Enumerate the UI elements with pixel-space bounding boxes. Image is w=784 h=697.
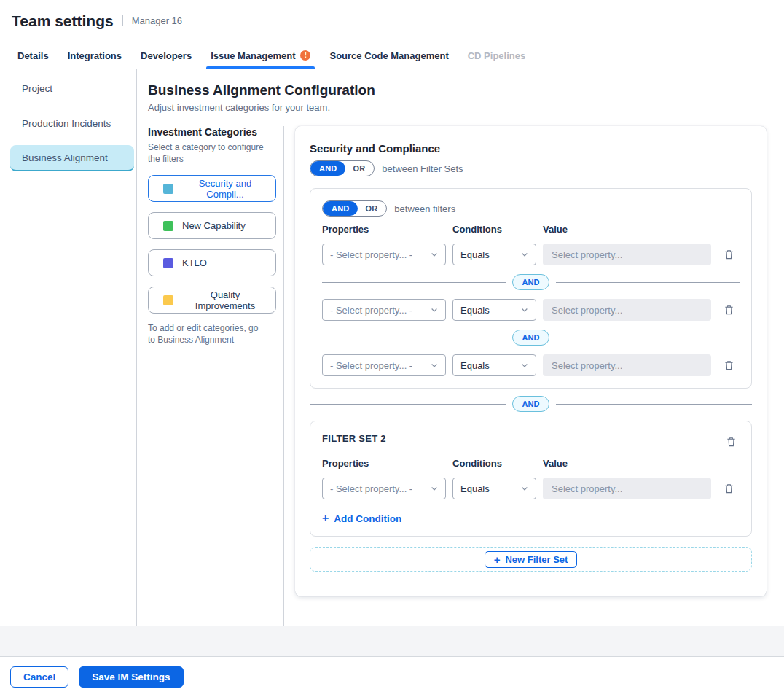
property-select[interactable]: - Select property... - (322, 299, 446, 321)
tab-cd-pipelines: CD Pipelines (466, 42, 527, 69)
main-panel: Business Alignment Configuration Adjust … (137, 69, 784, 626)
column-header-value: Value (543, 224, 711, 235)
sidebar-item-business-alignment[interactable]: Business Alignment (10, 145, 134, 171)
and-connector: AND (322, 330, 740, 346)
between-filters-label: between filters (394, 203, 455, 214)
categories-title: Investment Categories (148, 126, 276, 138)
between-filter-sets-label: between Filter Sets (382, 163, 463, 174)
tab-developers[interactable]: Developers (139, 42, 193, 69)
property-select[interactable]: - Select property... - (322, 478, 446, 499)
chevron-down-icon (520, 484, 529, 493)
trash-icon (726, 436, 737, 448)
plus-icon: + (322, 513, 329, 524)
content-area: Project Production Incidents Business Al… (0, 69, 784, 626)
column-header-properties: Properties (322, 458, 446, 469)
sidebar-item-project[interactable]: Project (10, 75, 134, 101)
content-backdrop (0, 626, 784, 656)
tab-integrations[interactable]: Integrations (66, 42, 123, 69)
sidebar-item-production-incidents[interactable]: Production Incidents (10, 110, 134, 136)
chevron-down-icon (520, 250, 529, 259)
trash-icon (724, 483, 734, 494)
settings-sidebar: Project Production Incidents Business Al… (0, 69, 137, 626)
and-connector: AND (322, 274, 740, 290)
filter-set-2-title: FILTER SET 2 (322, 433, 386, 444)
delete-condition-button[interactable] (721, 357, 737, 374)
category-color-swatch (163, 184, 173, 194)
category-ktlo[interactable]: KTLO (148, 249, 276, 276)
column-header-conditions: Conditions (452, 224, 536, 235)
chevron-down-icon (430, 484, 439, 493)
condition-select[interactable]: Equals (452, 478, 536, 499)
delete-condition-button[interactable] (721, 246, 737, 263)
chevron-down-icon (430, 250, 439, 259)
action-footer: Cancel Save IM Settings (0, 656, 784, 697)
value-input[interactable] (543, 354, 711, 376)
filter-configuration-card: Security and Compliance AND OR between F… (295, 126, 767, 596)
categories-description: Select a category to configure the filte… (148, 141, 264, 165)
delete-filter-set-button[interactable] (723, 433, 740, 451)
condition-select[interactable]: Equals (452, 244, 536, 265)
trash-icon (724, 359, 734, 371)
and-option[interactable]: AND (310, 161, 345, 176)
condition-select[interactable]: Equals (452, 299, 536, 321)
new-filter-set-dropzone: + New Filter Set (310, 547, 752, 572)
category-color-swatch (163, 295, 173, 305)
and-connector-between-sets: AND (310, 396, 752, 412)
or-option[interactable]: OR (358, 201, 386, 216)
chevron-down-icon (430, 361, 439, 370)
page-title: Team settings (12, 12, 114, 30)
value-input[interactable] (543, 478, 711, 499)
cancel-button[interactable]: Cancel (10, 666, 68, 688)
tab-details[interactable]: Details (16, 42, 50, 69)
selected-category-title: Security and Compliance (310, 142, 752, 155)
add-condition-button[interactable]: + Add Condition (322, 513, 401, 524)
save-im-settings-button[interactable]: Save IM Settings (79, 666, 183, 688)
and-option[interactable]: AND (323, 201, 358, 216)
column-header-properties: Properties (322, 224, 446, 235)
trash-icon (724, 249, 734, 260)
chevron-down-icon (520, 361, 529, 370)
or-option[interactable]: OR (345, 161, 374, 176)
page-context: Manager 16 (122, 15, 182, 26)
condition-select[interactable]: Equals (452, 354, 536, 376)
delete-condition-button[interactable] (721, 480, 737, 497)
value-input[interactable] (543, 299, 711, 321)
delete-condition-button[interactable] (721, 301, 737, 319)
plus-icon: + (494, 554, 501, 565)
trash-icon (724, 304, 734, 316)
category-color-swatch (163, 258, 173, 268)
warning-icon: ! (300, 50, 310, 61)
section-heading: Business Alignment Configuration (148, 82, 767, 98)
column-header-conditions: Conditions (452, 458, 536, 469)
tab-source-code-management[interactable]: Source Code Management (328, 42, 450, 69)
column-header-value: Value (543, 458, 711, 469)
tab-issue-management[interactable]: Issue Management ! (209, 42, 312, 69)
tab-bar: Details Integrations Developers Issue Ma… (0, 42, 784, 69)
new-filter-set-button[interactable]: + New Filter Set (485, 551, 578, 568)
chevron-down-icon (520, 305, 529, 314)
filter-set-1: AND OR between filters Properties Condit… (310, 188, 752, 389)
category-color-swatch (163, 221, 173, 231)
investment-categories-panel: Investment Categories Select a category … (148, 126, 284, 626)
section-subheading: Adjust investment categories for your te… (148, 102, 767, 113)
category-quality-improvements[interactable]: Quality Improvements (148, 287, 276, 314)
page-header: Team settings Manager 16 (0, 0, 784, 42)
chevron-down-icon (430, 305, 439, 314)
category-new-capability[interactable]: New Capability (148, 212, 276, 239)
property-select[interactable]: - Select property... - (322, 244, 446, 265)
value-input[interactable] (543, 244, 711, 265)
categories-footnote: To add or edit categories, go to Busines… (148, 322, 267, 346)
filters-and-or-toggle[interactable]: AND OR (322, 200, 387, 217)
filter-set-2: FILTER SET 2 Properties Conditions Value… (310, 421, 752, 537)
category-security-and-compliance[interactable]: Security and Compli... (148, 175, 276, 202)
property-select[interactable]: - Select property... - (322, 354, 446, 376)
filter-sets-and-or-toggle[interactable]: AND OR (310, 160, 375, 176)
